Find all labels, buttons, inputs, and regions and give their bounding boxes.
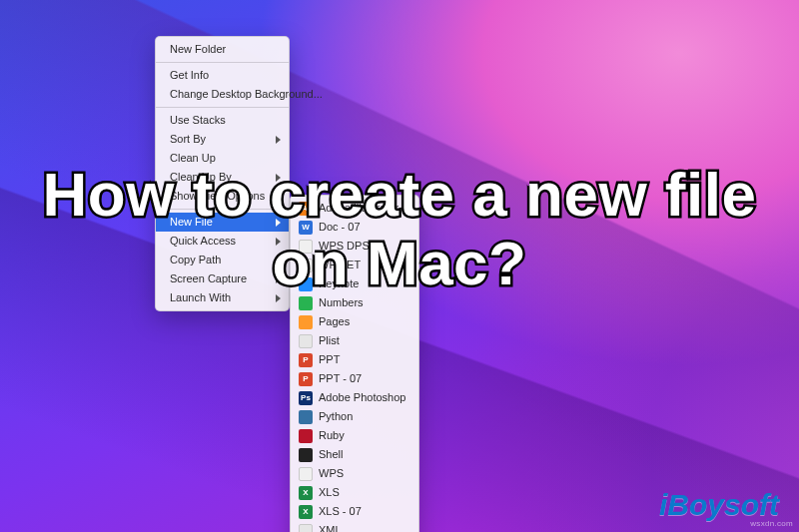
new-file-submenu-item[interactable]: PPPT - 07 [291,369,418,388]
menu-item-label: Change Desktop Background... [170,87,323,102]
menu-separator [156,62,289,63]
new-file-submenu-item[interactable]: Plist [291,331,418,350]
article-headline: How to create a new file on Mac? [0,160,799,298]
file-type-icon [299,524,313,533]
menu-item-label: Get Info [170,68,209,83]
new-file-submenu-item[interactable]: XML [291,521,418,532]
submenu-item-label: Pages [319,314,350,329]
new-file-submenu-item[interactable]: PPPT [291,350,418,369]
submenu-item-label: Plist [319,333,340,348]
new-file-submenu-item[interactable]: Python [291,407,418,426]
submenu-item-label: Ruby [319,428,345,443]
context-menu-item[interactable]: Change Desktop Background... [156,85,289,104]
new-file-submenu-item[interactable]: PsAdobe Photoshop [291,388,418,407]
file-type-icon: P [299,372,313,386]
file-type-icon: Ps [299,391,313,405]
context-menu-item[interactable]: Get Info [156,66,289,85]
file-type-icon [299,315,313,329]
file-type-icon [299,429,313,443]
file-type-icon [299,467,313,481]
file-type-icon [299,448,313,462]
file-type-icon: P [299,353,313,367]
new-file-submenu-item[interactable]: XXLS [291,483,418,502]
menu-separator [156,107,289,108]
file-type-icon [299,410,313,424]
new-file-submenu-item[interactable]: Pages [291,312,418,331]
submenu-item-label: Adobe Photoshop [319,390,405,405]
context-menu-item[interactable]: Use Stacks [156,111,289,130]
submenu-item-label: XLS [319,485,340,500]
file-type-icon: X [299,505,313,519]
menu-item-label: Sort By [170,132,206,147]
brand-logo: iBoysoft [659,488,779,522]
submenu-item-label: Shell [319,447,343,462]
new-file-submenu-item[interactable]: WPS [291,464,418,483]
submenu-item-label: Python [319,409,353,424]
submenu-item-label: XML [319,523,342,532]
context-menu-item[interactable]: New Folder [156,40,289,59]
new-file-submenu-item[interactable]: XXLS - 07 [291,502,418,521]
new-file-submenu-item[interactable]: Shell [291,445,418,464]
menu-item-label: New Folder [170,42,226,57]
context-menu-item[interactable]: Sort By [156,130,289,149]
file-type-icon [299,334,313,348]
file-type-icon: X [299,486,313,500]
submenu-item-label: WPS [319,466,344,481]
submenu-item-label: PPT [319,352,340,367]
submenu-item-label: PPT - 07 [319,371,362,386]
watermark: wsxdn.com [750,519,793,528]
menu-item-label: Use Stacks [170,113,226,128]
new-file-submenu-item[interactable]: Ruby [291,426,418,445]
submenu-item-label: XLS - 07 [319,504,362,519]
